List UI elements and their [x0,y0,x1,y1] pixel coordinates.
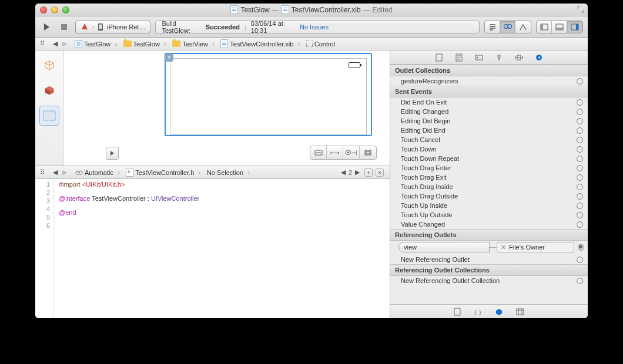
editor-mode-group [484,21,531,33]
connection-port-icon[interactable] [577,184,583,190]
sent-event-row[interactable]: Touch Drag Inside [390,182,588,191]
code-snippet-library-tab[interactable]: { } [474,308,481,315]
resolve-issues-button[interactable]: ⦿⊣ [343,146,360,159]
assistant-forward-button[interactable]: ▶ [61,168,69,176]
selected-view[interactable]: × [165,53,372,136]
connection-port-icon[interactable] [577,137,583,143]
connection-port-icon[interactable] [577,156,583,162]
battery-status-icon [349,62,360,68]
referencing-outlet-connection[interactable]: view ✕File's Owner [398,242,584,252]
activity-viewer[interactable]: Build TestGlow: Succeeded | 03/06/14 at … [155,21,480,33]
connection-port-icon[interactable] [577,257,583,263]
crumb-folder-2[interactable]: TestView [170,38,217,50]
assistant-file[interactable]: h TestViewController.h [123,166,203,178]
connections-inspector-tab[interactable] [534,53,544,62]
source-text[interactable]: #import <UIKit/UIKit.h> @interface TestV… [54,179,199,318]
assistant-editor-button[interactable] [500,21,515,33]
align-button[interactable] [310,146,327,159]
connection-port-icon[interactable] [577,193,583,200]
dock-first-responder[interactable] [39,81,59,101]
scheme-selector[interactable]: › iPhone Ret… [75,21,150,33]
sent-event-row[interactable]: Touch Down [390,144,588,154]
fullscreen-icon[interactable] [577,6,584,13]
toggle-utilities-button[interactable] [567,21,582,33]
file-inspector-tab[interactable] [434,53,444,62]
sent-event-row[interactable]: Touch Down Repeat [390,154,588,163]
assistant-selection[interactable]: No Selection [205,166,253,178]
automatic-icon [75,169,83,176]
zoom-window-button[interactable] [62,6,69,14]
crumb-folder-1[interactable]: TestGlow [121,38,169,50]
size-inspector-tab[interactable] [514,53,524,62]
counterpart-prev-button[interactable]: ◀ [339,168,347,176]
add-assistant-button[interactable]: + [364,168,373,177]
object-library-tab[interactable] [495,308,503,316]
standard-editor-button[interactable] [485,21,500,33]
attributes-inspector-tab[interactable] [494,53,504,62]
dock-placeholder-owner[interactable] [39,56,59,76]
close-window-button[interactable] [40,6,47,14]
counterpart-next-button[interactable]: ▶ [353,168,361,176]
forward-button[interactable]: ▶ [61,40,69,48]
connection-port-icon[interactable] [577,174,583,181]
sent-event-row[interactable]: Value Changed [390,220,588,229]
assistant-back-button[interactable]: ◀ [51,168,59,176]
pin-button[interactable]: ⟼ [327,146,343,159]
connection-port-icon[interactable] [577,118,583,124]
quickhelp-inspector-tab[interactable] [454,53,464,62]
connection-port-icon[interactable] [577,146,583,153]
sent-events-header: Sent Events [390,86,588,97]
toggle-debug-button[interactable] [552,21,567,33]
sent-event-row[interactable]: Editing Did End [390,126,588,135]
sent-event-row[interactable]: Touch Up Outside [390,210,588,220]
stop-button[interactable] [58,21,71,33]
sent-event-row[interactable]: Touch Drag Exit [390,173,588,182]
outlet-collection-row[interactable]: gestureRecognizers [390,76,588,86]
dock-view[interactable] [39,106,59,126]
crumb-object[interactable]: Control [304,38,341,50]
connection-port-icon[interactable] [577,278,583,284]
svg-point-18 [477,56,478,58]
svg-rect-21 [517,309,524,315]
sent-event-row[interactable]: Editing Changed [390,107,588,116]
close-connection-icon[interactable]: ✕ [501,244,506,251]
connection-port-icon[interactable] [577,221,583,228]
close-assistant-button[interactable]: × [376,168,384,177]
outline-toggle-button[interactable] [106,147,119,160]
assistant-code-editor[interactable]: 123456 #import <UIKit/UIKit.h> @interfac… [35,179,390,318]
connection-port-icon[interactable] [577,165,583,171]
connection-port-icon[interactable] [578,244,584,251]
connection-port-icon[interactable] [577,109,583,115]
cube-solid-icon [43,85,56,97]
connection-port-icon[interactable] [577,99,583,106]
crumb-project[interactable]: TestGlow [72,38,120,50]
resizing-button[interactable] [360,146,376,159]
ib-canvas[interactable]: × ⟼ ⦿⊣ [63,50,390,166]
sent-event-row[interactable]: Touch Up Inside [390,201,588,210]
file-template-library-tab[interactable] [454,308,461,316]
sent-event-row[interactable]: Did End On Exit [390,97,588,107]
assistant-mode[interactable]: Automatic [72,166,122,178]
connection-port-icon[interactable] [577,212,583,218]
assistant-related-button[interactable]: ⠿ [38,168,48,176]
sent-event-row[interactable]: Touch Drag Enter [390,163,588,173]
view-close-chip[interactable]: × [165,53,173,62]
minimize-window-button[interactable] [51,6,58,14]
back-button[interactable]: ◀ [51,40,59,48]
identity-inspector-tab[interactable] [474,53,484,62]
connection-port-icon[interactable] [577,127,583,134]
assistant-jumpbar: ⠿ ◀ ▶ Automatic h TestViewController.h N… [35,166,390,179]
new-referencing-collection-row[interactable]: New Referencing Outlet Collection [390,276,588,285]
media-library-tab[interactable] [516,308,524,315]
new-referencing-outlet-row[interactable]: New Referencing Outlet [390,255,588,264]
sent-event-row[interactable]: Touch Cancel [390,135,588,144]
related-items-button[interactable]: ⠿ [38,40,48,48]
run-button[interactable] [40,21,53,33]
sent-event-row[interactable]: Touch Drag Outside [390,191,588,201]
version-editor-button[interactable] [515,21,531,33]
crumb-file[interactable]: TestViewController.xib [218,38,302,50]
toggle-navigator-button[interactable] [537,21,552,33]
sent-event-row[interactable]: Editing Did Begin [390,116,588,126]
connection-port-icon[interactable] [577,203,583,209]
connection-port-icon[interactable] [577,78,583,85]
